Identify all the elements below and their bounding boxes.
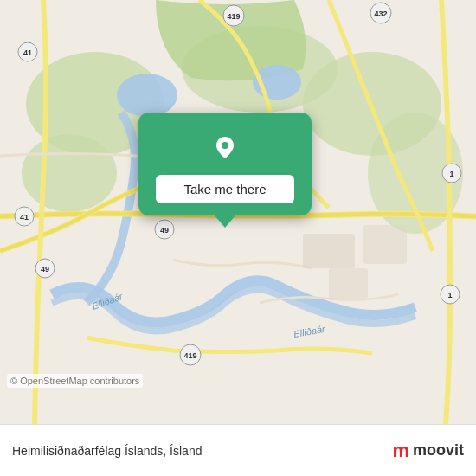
svg-text:41: 41 [23, 48, 32, 57]
location-popup: Take me there [138, 113, 312, 215]
svg-point-32 [222, 142, 228, 149]
take-me-there-button[interactable]: Take me there [156, 175, 294, 203]
moovit-logo: m moovit [392, 440, 464, 462]
location-name-label: Heimilisiðnaðarfélag Íslands, Ísland [12, 444, 392, 458]
svg-point-6 [117, 74, 177, 117]
svg-text:1: 1 [447, 291, 452, 299]
location-pin-icon [206, 128, 244, 166]
svg-rect-29 [363, 225, 407, 264]
svg-text:419: 419 [227, 12, 240, 21]
app-container: 419 432 41 41 49 49 1 1 419 [0, 0, 476, 476]
svg-text:1: 1 [449, 170, 453, 178]
svg-rect-30 [329, 268, 368, 299]
map-view[interactable]: 419 432 41 41 49 49 1 1 419 [0, 0, 476, 424]
svg-text:432: 432 [374, 10, 387, 18]
svg-rect-28 [303, 234, 355, 268]
svg-point-2 [22, 134, 117, 212]
bottom-bar: Heimilisiðnaðarfélag Íslands, Ísland m m… [0, 424, 476, 476]
moovit-wordmark: moovit [413, 441, 464, 460]
map-copyright: © OpenStreetMap contributors [7, 374, 143, 388]
moovit-m-letter: m [392, 440, 409, 462]
svg-text:49: 49 [41, 265, 49, 273]
svg-text:419: 419 [183, 351, 196, 360]
svg-text:41: 41 [20, 213, 29, 222]
svg-text:49: 49 [160, 226, 169, 235]
